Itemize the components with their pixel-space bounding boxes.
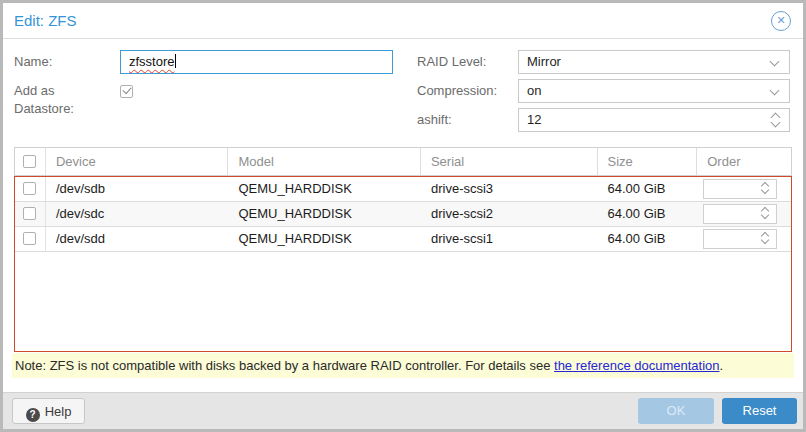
reference-documentation-link[interactable]: the reference documentation [554, 358, 720, 373]
column-header-serial[interactable]: Serial [421, 148, 598, 175]
dialog-titlebar: Edit: ZFS ✕ [3, 3, 803, 39]
order-spinner[interactable] [703, 204, 777, 224]
chevron-down-icon [770, 86, 780, 96]
datastore-checkbox[interactable] [120, 85, 133, 98]
compression-value: on [527, 80, 541, 102]
note-text: Note: ZFS is not compatible with disks b… [15, 358, 554, 373]
model-cell: QEMU_HARDDISK [228, 227, 421, 251]
serial-cell: drive-scsi2 [421, 202, 598, 226]
zfs-note: Note: ZFS is not compatible with disks b… [12, 353, 794, 378]
order-cell [697, 202, 791, 226]
spinner-arrows-icon[interactable] [770, 112, 780, 126]
raid-level-label: RAID Level: [417, 50, 486, 74]
ashift-label: ashift: [417, 108, 452, 132]
model-cell: QEMU_HARDDISK [228, 177, 421, 201]
name-input[interactable]: zfsstore [120, 50, 393, 74]
row-checkbox[interactable] [23, 232, 36, 245]
text-caret [175, 54, 176, 68]
reset-button[interactable]: Reset [722, 398, 797, 424]
table-row[interactable]: /dev/sdcQEMU_HARDDISKdrive-scsi264.00 Gi… [15, 202, 791, 227]
size-cell: 64.00 GiB [598, 202, 698, 226]
size-cell: 64.00 GiB [598, 177, 698, 201]
raid-level-value: Mirror [527, 51, 561, 73]
row-checkbox-cell [15, 202, 46, 226]
disk-table-body: /dev/sdbQEMU_HARDDISKdrive-scsi364.00 Gi… [14, 176, 792, 352]
chevron-down-icon [770, 57, 780, 67]
column-header-device[interactable]: Device [46, 148, 229, 175]
name-input-value: zfsstore [129, 54, 175, 69]
order-spinner[interactable] [703, 229, 777, 249]
raid-level-select[interactable]: Mirror [518, 50, 790, 74]
row-checkbox[interactable] [23, 207, 36, 220]
device-cell: /dev/sdb [46, 177, 229, 201]
order-cell [697, 227, 791, 251]
question-circle-icon: ? [26, 408, 40, 422]
select-all-checkbox-cell [15, 148, 46, 175]
ashift-spinner[interactable]: 12 [518, 108, 790, 132]
device-cell: /dev/sdc [46, 202, 229, 226]
compression-select[interactable]: on [518, 79, 790, 103]
device-cell: /dev/sdd [46, 227, 229, 251]
order-spinner[interactable] [703, 179, 777, 199]
compression-label: Compression: [417, 79, 497, 103]
help-button[interactable]: ?Help [12, 398, 85, 424]
serial-cell: drive-scsi3 [421, 177, 598, 201]
order-cell [697, 177, 791, 201]
ok-button[interactable]: OK [638, 398, 714, 424]
select-all-checkbox[interactable] [23, 155, 36, 168]
spinner-arrows-icon[interactable] [760, 231, 770, 243]
edit-zfs-dialog: Edit: ZFS ✕ Name: zfsstore Add as Datast… [0, 0, 806, 432]
ashift-value: 12 [527, 109, 541, 131]
model-cell: QEMU_HARDDISK [228, 202, 421, 226]
column-header-size[interactable]: Size [598, 148, 698, 175]
close-icon[interactable]: ✕ [771, 11, 791, 31]
size-cell: 64.00 GiB [598, 227, 698, 251]
dialog-footer: ?Help OK Reset [3, 392, 803, 429]
disk-table-header: Device Model Serial Size Order [14, 147, 792, 176]
column-header-model[interactable]: Model [228, 148, 421, 175]
spinner-arrows-icon[interactable] [760, 206, 770, 218]
table-row[interactable]: /dev/sddQEMU_HARDDISKdrive-scsi164.00 Gi… [15, 227, 791, 252]
spinner-arrows-icon[interactable] [760, 181, 770, 193]
row-checkbox-cell [15, 227, 46, 251]
table-row[interactable]: /dev/sdbQEMU_HARDDISKdrive-scsi364.00 Gi… [15, 177, 791, 202]
row-checkbox[interactable] [23, 182, 36, 195]
row-checkbox-cell [15, 177, 46, 201]
note-text-suffix: . [720, 358, 724, 373]
dialog-title: Edit: ZFS [14, 3, 77, 39]
serial-cell: drive-scsi1 [421, 227, 598, 251]
name-label: Name: [14, 50, 52, 74]
column-header-order[interactable]: Order [697, 148, 791, 175]
help-button-label: Help [45, 404, 72, 419]
datastore-label: Add as Datastore: [14, 82, 114, 118]
